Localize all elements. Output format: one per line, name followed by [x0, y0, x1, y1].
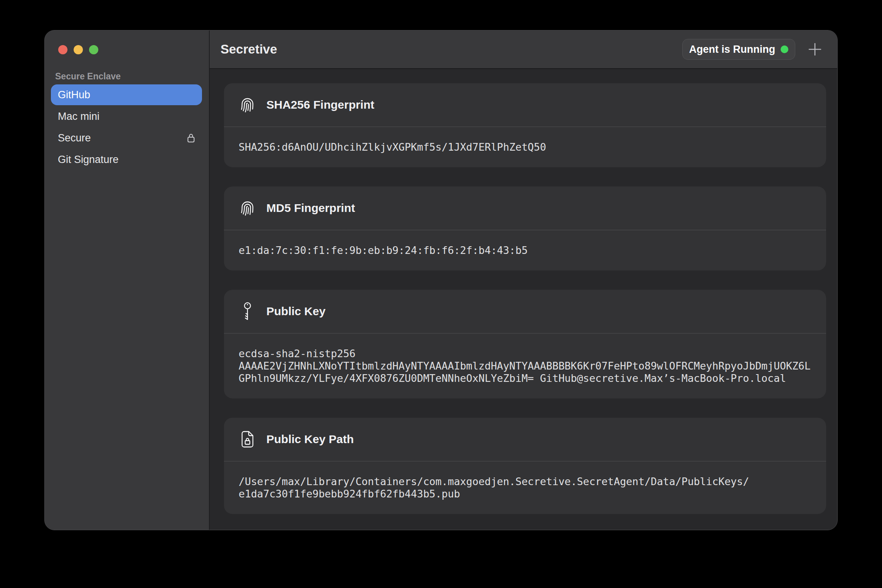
card-public-key: Public Key ecdsa-sha2-nistp256 AAAAE2VjZ…	[224, 290, 826, 398]
content-scroll-area[interactable]: SHA256 Fingerprint SHA256:d6AnOU/UDhcihZ…	[210, 69, 837, 530]
green-dot-icon	[781, 45, 788, 53]
card-body: ecdsa-sha2-nistp256 AAAAE2VjZHNhLXNoYTIt…	[224, 334, 826, 398]
card-title: Public Key	[266, 305, 325, 318]
traffic-lights	[45, 30, 209, 54]
sidebar: Secure Enclave GitHub Mac mini Secure Gi…	[45, 30, 210, 530]
zoom-button[interactable]	[89, 45, 98, 54]
sidebar-item-secure[interactable]: Secure	[51, 128, 202, 148]
card-title: SHA256 Fingerprint	[266, 98, 374, 111]
fingerprint-icon	[239, 200, 256, 217]
key-icon	[239, 302, 256, 321]
card-sha256-fingerprint: SHA256 Fingerprint SHA256:d6AnOU/UDhcihZ…	[224, 83, 826, 167]
card-header: SHA256 Fingerprint	[224, 83, 826, 127]
card-md5-fingerprint: MD5 Fingerprint e1:da:7c:30:f1:fe:9b:eb:…	[224, 186, 826, 270]
agent-status-label: Agent is Running	[689, 44, 775, 55]
card-public-key-path: Public Key Path /​Users/​max/​Library/​C…	[224, 418, 826, 514]
card-body: /​Users/​max/​Library/​Containers/​com.m…	[224, 462, 826, 514]
sidebar-item-github[interactable]: GitHub	[51, 84, 202, 105]
sidebar-item-label: GitHub	[58, 89, 90, 101]
agent-status-button[interactable]: Agent is Running	[682, 39, 795, 60]
fingerprint-icon	[239, 96, 256, 113]
app-window: Secure Enclave GitHub Mac mini Secure Gi…	[44, 30, 838, 530]
sidebar-item-mac-mini[interactable]: Mac mini	[51, 106, 202, 127]
titlebar: Secretive Agent is Running	[210, 30, 837, 69]
sidebar-section-label: Secure Enclave	[55, 71, 202, 82]
plus-icon	[808, 42, 822, 56]
card-header: MD5 Fingerprint	[224, 186, 826, 230]
main-pane: Secretive Agent is Running	[210, 30, 837, 530]
sidebar-item-label: Mac mini	[58, 111, 99, 123]
page-title: Secretive	[220, 42, 277, 57]
card-header: Public Key Path	[224, 418, 826, 462]
sidebar-item-label: Secure	[58, 132, 91, 144]
sidebar-item-git-signature[interactable]: Git Signature	[51, 149, 202, 170]
add-secret-button[interactable]	[808, 42, 822, 56]
public-key-path-value: /​Users/​max/​Library/​Containers/​com.m…	[239, 475, 811, 500]
md5-fingerprint-value: e1:da:7c:30:f1:fe:9b:eb:b9:24:fb:f6:2f:b…	[239, 244, 811, 257]
doc-lock-icon	[239, 430, 256, 448]
sha256-fingerprint-value: SHA256:d6AnOU/UDhcihZlkjvXGPKmf5s/1JXd7E…	[239, 141, 811, 153]
sidebar-nav: GitHub Mac mini Secure Git Signature	[45, 84, 209, 170]
minimize-button[interactable]	[74, 45, 83, 54]
card-title: Public Key Path	[266, 433, 354, 446]
public-key-value: ecdsa-sha2-nistp256 AAAAE2VjZHNhLXNoYTIt…	[239, 348, 811, 385]
close-button[interactable]	[58, 45, 67, 54]
card-body: e1:da:7c:30:f1:fe:9b:eb:b9:24:fb:f6:2f:b…	[224, 230, 826, 270]
card-title: MD5 Fingerprint	[266, 202, 355, 215]
card-body: SHA256:d6AnOU/UDhcihZlkjvXGPKmf5s/1JXd7E…	[224, 127, 826, 167]
card-header: Public Key	[224, 290, 826, 334]
sidebar-item-label: Git Signature	[58, 154, 119, 166]
lock-icon	[187, 133, 195, 143]
